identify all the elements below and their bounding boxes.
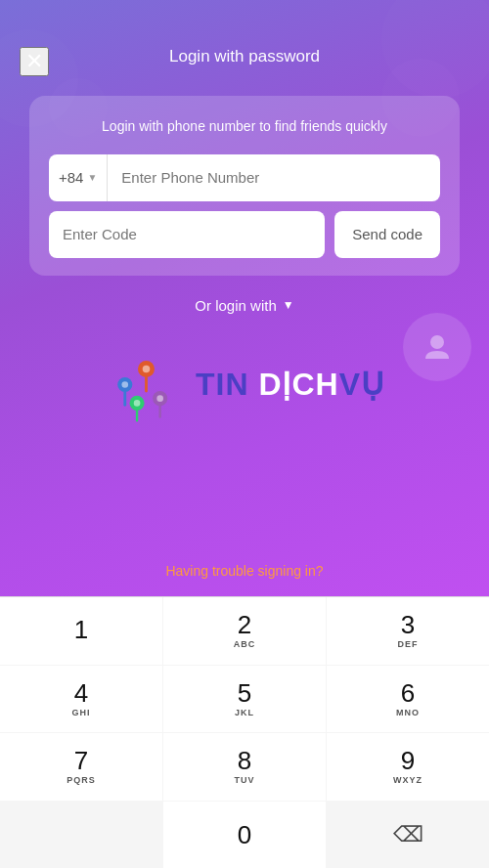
top-section: ✕ Login with password Login with phone n… xyxy=(0,0,489,596)
key-5[interactable]: 5 JKL xyxy=(163,666,326,733)
svg-point-8 xyxy=(430,335,444,349)
key-empty xyxy=(0,802,162,869)
close-button[interactable]: ✕ xyxy=(20,47,49,76)
key-6[interactable]: 6 MNO xyxy=(327,666,489,733)
key-1[interactable]: 1 xyxy=(0,597,162,665)
header-title: Login with password xyxy=(169,47,320,66)
key-9[interactable]: 9 WXYZ xyxy=(327,733,489,801)
header: ✕ Login with password xyxy=(0,0,489,86)
backspace-icon: ⌫ xyxy=(393,822,423,847)
numeric-keyboard: 1 2 ABC 3 DEF 4 GHI 5 JKL 6 MNO 7 PQRS 8… xyxy=(0,596,489,868)
key-0[interactable]: 0 xyxy=(163,802,326,869)
decorative-circle xyxy=(403,313,471,381)
key-2[interactable]: 2 ABC xyxy=(163,597,326,665)
background-decorations xyxy=(0,0,489,596)
key-8[interactable]: 8 TUV xyxy=(163,733,326,801)
key-7[interactable]: 7 PQRS xyxy=(0,733,162,801)
key-backspace[interactable]: ⌫ xyxy=(327,802,489,869)
key-4[interactable]: 4 GHI xyxy=(0,666,162,733)
deco-person-icon xyxy=(420,329,455,365)
key-3[interactable]: 3 DEF xyxy=(327,597,489,665)
